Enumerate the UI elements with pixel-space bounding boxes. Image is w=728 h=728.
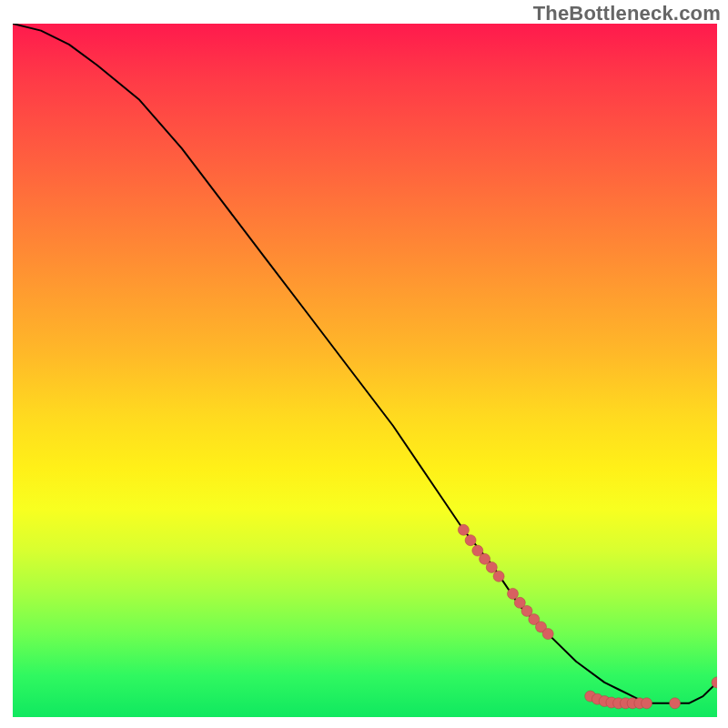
curve-marker bbox=[493, 571, 504, 581]
curve-marker bbox=[465, 535, 476, 546]
curve-marker bbox=[508, 588, 519, 599]
chart-container: TheBottleneck.com bbox=[0, 0, 728, 728]
curve-marker bbox=[670, 698, 681, 709]
curve-marker bbox=[486, 561, 497, 572]
chart-plot-area bbox=[13, 24, 717, 717]
curve-marker bbox=[542, 629, 553, 640]
curve-marker bbox=[642, 698, 652, 709]
watermark-text: TheBottleneck.com bbox=[533, 2, 721, 25]
bottleneck-curve bbox=[13, 24, 717, 703]
curve-markers bbox=[458, 524, 717, 709]
curve-marker bbox=[458, 524, 469, 535]
